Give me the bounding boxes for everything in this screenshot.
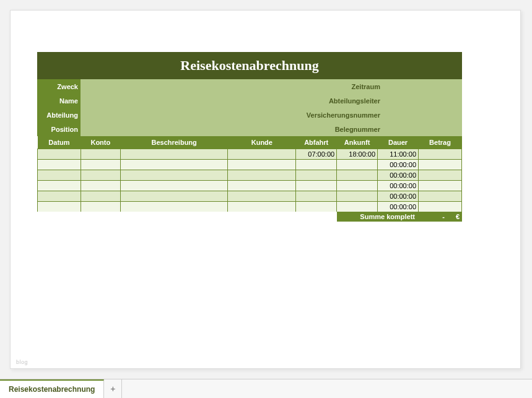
hb-label-right-0: Zeitraum	[296, 79, 383, 93]
summary-row: Summe komplett - €	[37, 212, 462, 222]
cell-abfahrt[interactable]	[296, 181, 337, 191]
col-header-2[interactable]: Beschreibung	[120, 136, 228, 149]
cell-dauer[interactable]: 00:00:00	[378, 202, 419, 212]
cell-dauer[interactable]: 00:00:00	[378, 181, 419, 191]
cell-abfahrt[interactable]	[296, 191, 337, 202]
col-header-0[interactable]: Datum	[38, 136, 81, 149]
table-row: 00:00:00	[38, 160, 462, 170]
hb-field-left-1[interactable]	[81, 93, 296, 108]
table-row: 00:00:00	[38, 170, 462, 181]
table-row: 00:00:00	[38, 191, 462, 202]
cell-betrag[interactable]	[419, 181, 462, 191]
cell-konto[interactable]	[81, 181, 120, 191]
cell-beschreibung[interactable]	[120, 181, 228, 191]
cell-kunde[interactable]	[228, 160, 296, 170]
hb-field-right-3[interactable]	[383, 122, 462, 136]
cell-kunde[interactable]	[228, 191, 296, 202]
cell-kunde[interactable]	[228, 170, 296, 181]
cell-datum[interactable]	[38, 181, 81, 191]
hb-label-right-3: Belegnummer	[296, 122, 383, 136]
cell-konto[interactable]	[81, 149, 120, 160]
cell-betrag[interactable]	[419, 202, 462, 212]
hb-field-right-0[interactable]	[383, 79, 462, 93]
hb-field-left-3[interactable]	[81, 122, 296, 136]
cell-datum[interactable]	[38, 202, 81, 212]
cell-abfahrt[interactable]	[296, 160, 337, 170]
data-grid: DatumKontoBeschreibungKundeAbfahrtAnkunf…	[37, 136, 462, 212]
cell-ankunft[interactable]	[337, 181, 378, 191]
cell-beschreibung[interactable]	[120, 191, 228, 202]
cell-ankunft[interactable]: 18:00:00	[337, 149, 378, 160]
summary-value: -	[419, 212, 446, 222]
header-block: ZweckZeitraumNameAbteilungsleiterAbteilu…	[37, 79, 462, 136]
cell-abfahrt[interactable]	[296, 202, 337, 212]
hb-field-left-2[interactable]	[81, 108, 296, 122]
cell-konto[interactable]	[81, 170, 120, 181]
cell-kunde[interactable]	[228, 202, 296, 212]
cell-abfahrt[interactable]: 07:00:00	[296, 149, 337, 160]
sheet-tabs: Reisekostenabrechnung +	[0, 379, 532, 398]
hb-label-2: Abteilung	[37, 108, 81, 122]
cell-betrag[interactable]	[419, 191, 462, 202]
cell-ankunft[interactable]	[337, 160, 378, 170]
hb-label-3: Position	[37, 122, 81, 136]
cell-kunde[interactable]	[228, 181, 296, 191]
hb-field-right-1[interactable]	[383, 93, 462, 108]
cell-dauer[interactable]: 00:00:00	[378, 170, 419, 181]
col-header-3[interactable]: Kunde	[228, 136, 296, 149]
sheet-content: Reisekostenabrechnung ZweckZeitraumNameA…	[37, 52, 462, 222]
plus-icon: +	[110, 384, 115, 394]
table-row: 00:00:00	[38, 181, 462, 191]
cell-datum[interactable]	[38, 149, 81, 160]
cell-betrag[interactable]	[419, 160, 462, 170]
hb-label-right-2: Versicherungsnummer	[296, 108, 383, 122]
watermark: blog	[16, 359, 28, 365]
hb-label-1: Name	[37, 93, 81, 108]
col-header-6[interactable]: Dauer	[378, 136, 419, 149]
cell-ankunft[interactable]	[337, 191, 378, 202]
summary-spacer	[37, 212, 337, 222]
cell-betrag[interactable]	[419, 149, 462, 160]
col-header-5[interactable]: Ankunft	[337, 136, 378, 149]
cell-kunde[interactable]	[228, 149, 296, 160]
page-title: Reisekostenabrechnung	[37, 52, 462, 79]
col-header-4[interactable]: Abfahrt	[296, 136, 337, 149]
cell-konto[interactable]	[81, 160, 120, 170]
col-header-1[interactable]: Konto	[81, 136, 120, 149]
cell-dauer[interactable]: 00:00:00	[378, 191, 419, 202]
cell-abfahrt[interactable]	[296, 170, 337, 181]
cell-datum[interactable]	[38, 160, 81, 170]
cell-konto[interactable]	[81, 202, 120, 212]
hb-field-right-2[interactable]	[383, 108, 462, 122]
table-row: 00:00:00	[38, 202, 462, 212]
add-sheet-button[interactable]: +	[104, 379, 122, 398]
summary-label: Summe komplett	[337, 212, 419, 222]
cell-datum[interactable]	[38, 170, 81, 181]
hb-label-right-1: Abteilungsleiter	[296, 93, 383, 108]
cell-beschreibung[interactable]	[120, 170, 228, 181]
cell-datum[interactable]	[38, 191, 81, 202]
spreadsheet-viewport: Reisekostenabrechnung ZweckZeitraumNameA…	[0, 0, 532, 379]
page: Reisekostenabrechnung ZweckZeitraumNameA…	[10, 10, 521, 369]
cell-dauer[interactable]: 00:00:00	[378, 160, 419, 170]
table-row: 07:00:0018:00:0011:00:00	[38, 149, 462, 160]
col-header-7[interactable]: Betrag	[419, 136, 462, 149]
cell-ankunft[interactable]	[337, 170, 378, 181]
cell-beschreibung[interactable]	[120, 202, 228, 212]
cell-beschreibung[interactable]	[120, 160, 228, 170]
cell-dauer[interactable]: 11:00:00	[378, 149, 419, 160]
summary-currency: €	[446, 212, 462, 222]
hb-field-left-0[interactable]	[81, 79, 296, 93]
cell-ankunft[interactable]	[337, 202, 378, 212]
cell-betrag[interactable]	[419, 170, 462, 181]
hb-label-0: Zweck	[37, 79, 81, 93]
cell-beschreibung[interactable]	[120, 149, 228, 160]
cell-konto[interactable]	[81, 191, 120, 202]
tab-sheet-1[interactable]: Reisekostenabrechnung	[0, 379, 104, 398]
